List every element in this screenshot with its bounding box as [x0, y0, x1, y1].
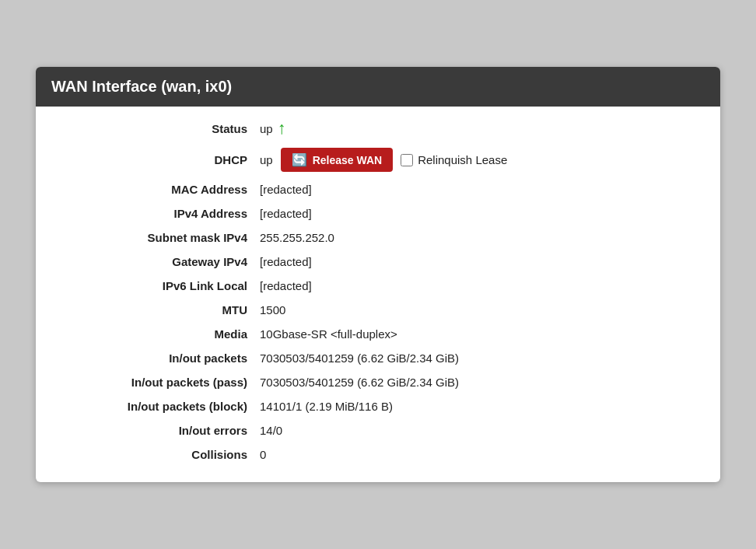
status-up-arrow-icon: ↑	[278, 120, 286, 137]
table-row: MTU1500	[51, 298, 705, 322]
row-label: Media	[51, 322, 254, 346]
dhcp-row: up🔄Release WANRelinquish Lease	[260, 148, 698, 172]
table-row: IPv6 Link Local[redacted]	[51, 274, 705, 298]
row-value: 1500	[254, 298, 705, 322]
table-row: MAC Address[redacted]	[51, 177, 705, 201]
row-label: In/out packets	[51, 346, 254, 370]
row-value: [redacted]	[254, 201, 705, 226]
row-value: 255.255.252.0	[254, 226, 705, 250]
row-value: [redacted]	[254, 274, 705, 298]
row-label: Collisions	[51, 442, 254, 467]
row-label: In/out errors	[51, 418, 254, 442]
row-value: 7030503/5401259 (6.62 GiB/2.34 GiB)	[254, 346, 705, 370]
row-value: [redacted]	[254, 177, 705, 201]
table-row: IPv4 Address[redacted]	[51, 201, 705, 226]
row-value: up ↑	[254, 114, 705, 142]
table-row: Subnet mask IPv4255.255.252.0	[51, 226, 705, 250]
status-value: up ↑	[260, 120, 698, 137]
row-value[interactable]: up🔄Release WANRelinquish Lease	[254, 142, 705, 177]
table-row: In/out packets (block)14101/1 (2.19 MiB/…	[51, 394, 705, 418]
relinquish-lease-checkbox[interactable]	[401, 154, 413, 166]
row-label: MTU	[51, 298, 254, 322]
card-body: Statusup ↑DHCPup🔄Release WANRelinquish L…	[36, 107, 720, 482]
row-label: DHCP	[51, 142, 254, 177]
card-title: WAN Interface (wan, ix0)	[51, 78, 232, 95]
row-label: In/out packets (block)	[51, 394, 254, 418]
table-row: In/out packets (pass)7030503/5401259 (6.…	[51, 370, 705, 394]
card-header: WAN Interface (wan, ix0)	[36, 67, 720, 107]
dhcp-status: up	[260, 153, 273, 166]
row-value: 14/0	[254, 418, 705, 442]
relinquish-lease-label: Relinquish Lease	[418, 153, 507, 166]
row-value: 7030503/5401259 (6.62 GiB/2.34 GiB)	[254, 370, 705, 394]
row-value: 0	[254, 442, 705, 467]
table-row: In/out errors14/0	[51, 418, 705, 442]
release-wan-label: Release WAN	[313, 154, 382, 166]
row-label: Subnet mask IPv4	[51, 226, 254, 250]
table-row: In/out packets7030503/5401259 (6.62 GiB/…	[51, 346, 705, 370]
row-value: [redacted]	[254, 250, 705, 274]
row-value: 10Gbase-SR <full-duplex>	[254, 322, 705, 346]
row-label: MAC Address	[51, 177, 254, 201]
relinquish-row: Relinquish Lease	[401, 153, 507, 166]
row-label: IPv4 Address	[51, 201, 254, 226]
table-row: Collisions0	[51, 442, 705, 467]
row-label: Status	[51, 114, 254, 142]
row-label: In/out packets (pass)	[51, 370, 254, 394]
refresh-icon: 🔄	[292, 152, 307, 167]
info-table: Statusup ↑DHCPup🔄Release WANRelinquish L…	[51, 114, 705, 467]
table-row: Gateway IPv4[redacted]	[51, 250, 705, 274]
row-label: Gateway IPv4	[51, 250, 254, 274]
release-wan-button[interactable]: 🔄Release WAN	[281, 148, 393, 172]
table-row: DHCPup🔄Release WANRelinquish Lease	[51, 142, 705, 177]
row-label: IPv6 Link Local	[51, 274, 254, 298]
table-row: Media10Gbase-SR <full-duplex>	[51, 322, 705, 346]
row-value: 14101/1 (2.19 MiB/116 B)	[254, 394, 705, 418]
wan-interface-card: WAN Interface (wan, ix0) Statusup ↑DHCPu…	[36, 67, 720, 482]
table-row: Statusup ↑	[51, 114, 705, 142]
